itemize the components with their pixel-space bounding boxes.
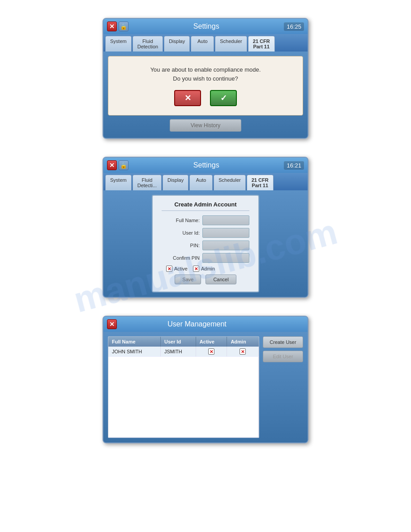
view-history-button[interactable]: View History (170, 119, 241, 132)
close-button-2[interactable]: ✕ (107, 160, 117, 170)
form-checkbox-row: ✕ Active ✕ Admin (162, 266, 249, 272)
col-userid: User Id (160, 337, 196, 347)
admin-icon: ✕ (240, 348, 246, 355)
panel3-title: User Management (117, 320, 277, 328)
user-table: Full Name User Id Active Admin JOHN SMIT… (108, 337, 259, 438)
active-icon: ✕ (208, 348, 214, 355)
panel3-body: Full Name User Id Active Admin JOHN SMIT… (103, 332, 308, 442)
panel2-tab-bar: System FluidDetecti... Display Auto Sche… (103, 173, 308, 190)
panel3-header-left: ✕ (107, 319, 117, 329)
checkbox-active[interactable]: ✕ Active (166, 266, 188, 272)
table-empty-row (108, 357, 259, 438)
col-active: Active (196, 337, 227, 347)
create-admin-dialog: Create Admin Account Full Name: User Id:… (152, 195, 259, 292)
close-button-3[interactable]: ✕ (107, 319, 117, 329)
form-row-fullname: Full Name: (162, 215, 249, 225)
lock-button-2[interactable]: 🔒 (119, 160, 128, 170)
dialog-ok-button[interactable]: ✓ (210, 90, 237, 106)
tab-display-1[interactable]: Display (164, 36, 190, 51)
cancel-button[interactable]: Cancel (206, 275, 236, 284)
lock-button-1[interactable]: 🔒 (119, 21, 128, 31)
tab-21cfr-1[interactable]: 21 CFRPart 11 (248, 36, 275, 51)
user-management-panel: ✕ User Management Full Name User Id Acti… (103, 316, 308, 443)
panel1-title: Settings (128, 22, 284, 30)
panel2-title: Settings (128, 161, 284, 169)
panel2-header: ✕ 🔒 Settings 16:21 (103, 158, 308, 173)
panel1-tab-bar: System FluidDetection Display Auto Sched… (103, 34, 308, 51)
label-pin: PIN: (162, 243, 200, 248)
save-button[interactable]: Save (175, 275, 201, 284)
label-fullname: Full Name: (162, 218, 200, 223)
admin-label: Admin (201, 266, 215, 271)
cell-active: ✕ (196, 347, 227, 357)
label-userid: User Id: (162, 230, 200, 236)
edit-user-button[interactable]: Edit User (263, 351, 303, 362)
cell-admin: ✕ (227, 347, 259, 357)
cell-userid: JSMITH (160, 347, 196, 357)
page-container: ✕ 🔒 Settings 16:25 System FluidDetection… (0, 0, 411, 461)
table-row[interactable]: JOHN SMITH JSMITH ✕ ✕ (108, 347, 259, 357)
cell-fullname: JOHN SMITH (108, 347, 160, 357)
dialog-buttons: ✕ ✓ (117, 90, 294, 106)
active-label: Active (174, 266, 188, 271)
col-fullname: Full Name (108, 337, 160, 347)
tab-scheduler-1[interactable]: Scheduler (215, 36, 247, 51)
compliance-dialog: You are about to enable compliance mode.… (108, 56, 303, 116)
tab-auto-2[interactable]: Auto (189, 175, 213, 190)
tab-system-1[interactable]: System (105, 36, 132, 51)
tab-system-2[interactable]: System (105, 175, 132, 190)
compliance-text: You are about to enable compliance mode.… (117, 65, 294, 83)
tab-fluid-detection-2[interactable]: FluidDetecti... (133, 175, 162, 190)
table-header-row: Full Name User Id Active Admin (108, 337, 259, 347)
settings-panel-1: ✕ 🔒 Settings 16:25 System FluidDetection… (103, 18, 308, 139)
checkbox-admin[interactable]: ✕ Admin (193, 266, 215, 272)
label-confirmpin: Confirm PIN (162, 255, 200, 261)
admin-checkbox-icon: ✕ (193, 266, 199, 272)
panel2-time: 16:21 (284, 161, 304, 170)
tab-display-2[interactable]: Display (163, 175, 188, 190)
close-button-1[interactable]: ✕ (107, 21, 117, 31)
tab-fluid-detection-1[interactable]: FluidDetection (133, 36, 163, 51)
settings-panel-2: ✕ 🔒 Settings 16:21 System FluidDetecti..… (103, 157, 308, 298)
panel1-header: ✕ 🔒 Settings 16:25 (103, 19, 308, 34)
panel2-header-left: ✕ 🔒 (107, 160, 128, 170)
tab-21cfr-2[interactable]: 21 CFRPart 11 (247, 175, 274, 190)
create-admin-title: Create Admin Account (162, 201, 249, 211)
panel3-header: ✕ User Management (103, 317, 308, 332)
form-row-pin: PIN: (162, 240, 249, 250)
ok-check-icon: ✓ (220, 93, 227, 103)
user-table-container: Full Name User Id Active Admin JOHN SMIT… (108, 336, 259, 438)
form-row-userid: User Id: (162, 228, 249, 238)
tab-auto-1[interactable]: Auto (191, 36, 214, 51)
form-actions: Save Cancel (162, 275, 249, 284)
dialog-cancel-button[interactable]: ✕ (174, 90, 201, 106)
panel1-body: You are about to enable compliance mode.… (103, 51, 308, 138)
panel2-body: Create Admin Account Full Name: User Id:… (103, 190, 308, 297)
panel1-header-left: ✕ 🔒 (107, 21, 128, 31)
input-userid[interactable] (202, 228, 249, 238)
panel1-time: 16:25 (284, 22, 304, 31)
user-actions: Create User Edit User (263, 336, 303, 438)
input-fullname[interactable] (202, 215, 249, 225)
input-confirmpin[interactable] (202, 253, 249, 263)
tab-scheduler-2[interactable]: Scheduler (214, 175, 246, 190)
create-user-button[interactable]: Create User (263, 336, 303, 348)
cancel-x-icon: ✕ (184, 93, 191, 103)
active-checkbox-icon: ✕ (166, 266, 172, 272)
form-row-confirmpin: Confirm PIN (162, 253, 249, 263)
input-pin[interactable] (202, 240, 249, 250)
col-admin: Admin (227, 337, 259, 347)
